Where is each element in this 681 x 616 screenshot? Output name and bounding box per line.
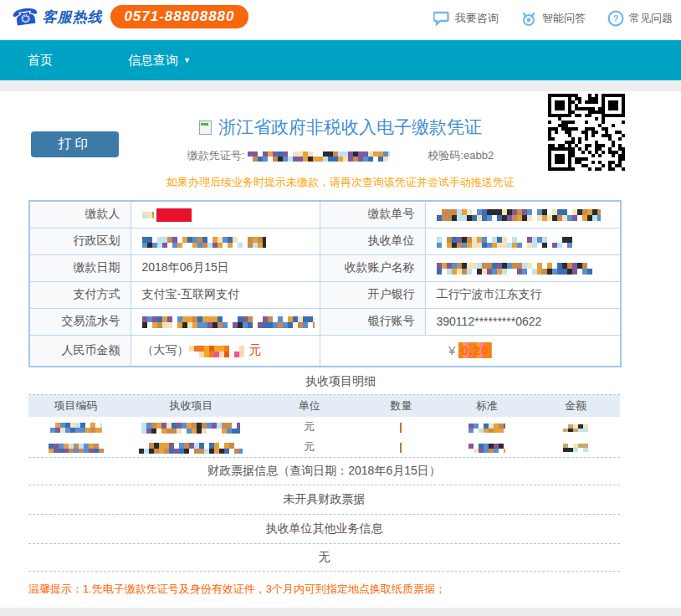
bank-account-value: 390112*********0622	[425, 308, 621, 335]
invoice-info-section: 财政票据信息（查询日期：2018年6月15日）	[28, 457, 620, 485]
amount-figure-cell: ¥0.20	[320, 335, 621, 367]
chat-icon	[433, 10, 450, 27]
checkcode-value: eabb2	[463, 149, 494, 162]
agency-label: 执收单位	[320, 228, 425, 254]
item-name-redacted	[123, 417, 259, 437]
voucher-row: 缴款凭证号: 校验码:eabb2	[0, 148, 681, 163]
other-info-value-section: 无	[28, 544, 620, 572]
pay-date-label: 缴款日期	[29, 254, 131, 281]
table-row: 人民币金额 （大写）元 ¥0.20	[29, 335, 621, 367]
invoice-status-section: 未开具财政票据	[28, 485, 620, 515]
item-amount-redacted	[531, 437, 620, 457]
top-links: 我要咨询 智能问答 ? 常见问题	[433, 10, 673, 27]
chevron-down-icon: ▼	[183, 56, 191, 64]
item-code-redacted	[28, 417, 123, 437]
footer-strip	[0, 608, 681, 616]
amount-caps-cell: （大写）元	[131, 335, 320, 367]
svg-text:?: ?	[613, 13, 619, 23]
table-row: 缴款人 缴款单号	[29, 201, 621, 228]
nav-item-info-query[interactable]: 信息查询 ▼	[116, 40, 202, 80]
item-row: 元	[28, 437, 620, 457]
certificate-title-row: 浙江省政府非税收入电子缴款凭证	[0, 116, 681, 139]
hotline: ☎ 客服热线 0571-88808880	[12, 5, 248, 28]
amount-caps-suffix: 元	[249, 342, 262, 357]
table-row: 行政区划 执收单位	[29, 228, 621, 254]
phone-icon: ☎	[10, 4, 40, 29]
account-name-label: 收款账户名称	[320, 254, 425, 281]
divider-strip	[0, 80, 681, 91]
item-code-redacted	[28, 437, 123, 457]
table-row: 缴款日期 2018年06月15日 收款账户名称	[29, 254, 621, 281]
district-redacted	[131, 228, 320, 254]
warning-text: 如果办理后续业务时提示未缴款，请再次查询该凭证并尝试手动推送凭证	[0, 175, 681, 190]
item-unit: 元	[259, 437, 360, 457]
item-qty-redacted	[360, 437, 443, 457]
currency-symbol: ¥	[448, 343, 455, 357]
col-standard: 标准	[443, 395, 531, 417]
col-unit: 单位	[259, 395, 360, 417]
bank-account-label: 银行账号	[320, 308, 425, 335]
document-icon	[199, 121, 212, 135]
consult-link[interactable]: 我要咨询	[433, 10, 499, 27]
item-row: 元	[28, 417, 620, 437]
main-nav: 首页 信息查询 ▼	[0, 40, 681, 80]
voucher-no-redacted	[248, 151, 390, 162]
order-no-label: 缴款单号	[320, 201, 425, 228]
checkcode-label: 校验码:	[428, 149, 463, 162]
items-header-row: 项目编码 执收项目 单位 数量 标准 金额	[28, 395, 620, 417]
items-table: 项目编码 执收项目 单位 数量 标准 金额 元 元	[28, 395, 620, 457]
payer-label: 缴款人	[29, 201, 131, 228]
col-amount: 金额	[531, 395, 620, 417]
col-item-name: 执收项目	[123, 395, 259, 417]
top-header: ☎ 客服热线 0571-88808880 我要咨询 智能问答 ?	[0, 0, 681, 40]
agency-redacted	[425, 228, 621, 254]
page-title: 浙江省政府非税收入电子缴款凭证	[218, 117, 482, 136]
warm-tip: 温馨提示：1.凭电子缴款凭证号及身份有效证件，3个月内可到指定地点换取纸质票据；	[28, 582, 648, 597]
pay-method-value: 支付宝-互联网支付	[131, 281, 320, 308]
item-qty-redacted	[360, 417, 443, 437]
table-row: 支付方式 支付宝-互联网支付 开户银行 工行宁波市江东支行	[29, 281, 621, 308]
pay-method-label: 支付方式	[29, 281, 131, 308]
faq-label: 常见问题	[629, 11, 673, 26]
amount-value: 0.20	[458, 342, 491, 358]
txn-no-redacted	[131, 308, 320, 335]
account-name-redacted	[425, 254, 621, 281]
table-row: 交易流水号 银行账号 390112*********0622	[29, 308, 621, 335]
col-quantity: 数量	[360, 395, 443, 417]
col-item-code: 项目编码	[28, 395, 123, 417]
question-icon: ?	[607, 10, 624, 27]
bank-value: 工行宁波市江东支行	[425, 281, 621, 308]
payer-value-redacted	[131, 201, 320, 228]
page: ☎ 客服热线 0571-88808880 我要咨询 智能问答 ?	[0, 0, 681, 616]
other-info-title-section: 执收单位其他业务信息	[28, 515, 620, 544]
hotline-number-badge: 0571-88808880	[110, 5, 248, 28]
items-section-title: 执收项目明细	[0, 374, 681, 389]
items-table-block: 项目编码 执收项目 单位 数量 标准 金额 元 元	[28, 394, 620, 458]
smart-qa-label: 智能问答	[542, 11, 586, 26]
order-no-redacted	[425, 201, 621, 228]
faq-link[interactable]: ? 常见问题	[607, 10, 673, 27]
nav-item-info-query-label: 信息查询	[128, 53, 178, 69]
voucher-no-label: 缴款凭证号:	[187, 149, 245, 162]
item-standard-redacted	[443, 437, 531, 457]
amount-label: 人民币金额	[29, 335, 131, 367]
payment-info-table: 缴款人 缴款单号 行政区划 执收单位 缴款日期 2018年06月15日 收款账户…	[28, 200, 622, 367]
district-label: 行政区划	[29, 228, 131, 254]
txn-no-label: 交易流水号	[29, 308, 131, 335]
item-amount-redacted	[531, 417, 620, 437]
consult-label: 我要咨询	[455, 11, 499, 26]
item-unit: 元	[259, 417, 360, 437]
smart-qa-link[interactable]: 智能问答	[520, 10, 586, 27]
amount-caps-prefix: （大写）	[142, 343, 189, 357]
robot-icon	[520, 10, 537, 27]
pay-date-value: 2018年06月15日	[131, 254, 320, 281]
nav-item-home[interactable]: 首页	[16, 40, 64, 80]
red-stamp-block	[156, 208, 192, 222]
bank-label: 开户银行	[320, 281, 425, 308]
item-name-redacted	[123, 437, 259, 457]
hotline-label: 客服热线	[42, 8, 102, 27]
item-standard-redacted	[443, 417, 531, 437]
